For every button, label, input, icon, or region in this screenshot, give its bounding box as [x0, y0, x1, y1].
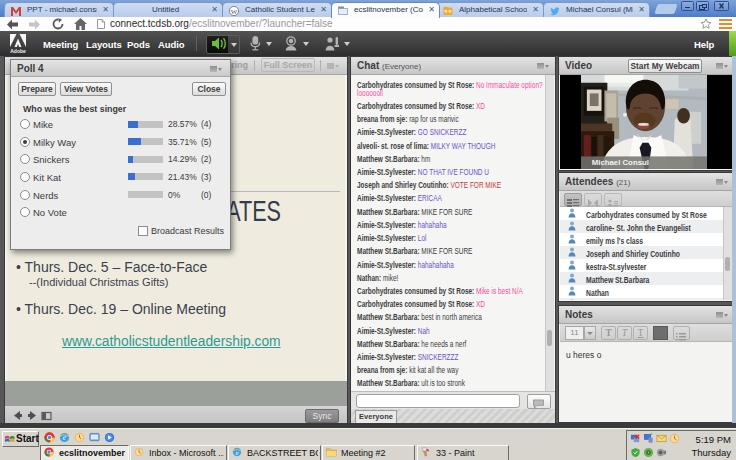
svg-text:Adobe: Adobe [10, 48, 26, 54]
svg-text:Michael Consul: Michael Consul [592, 158, 649, 167]
svg-text:W: W [231, 8, 238, 16]
